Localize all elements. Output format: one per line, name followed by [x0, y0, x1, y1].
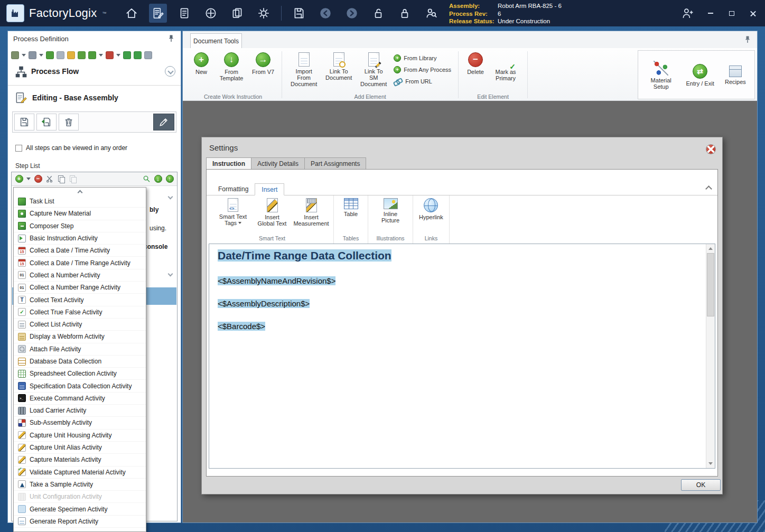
- move-step-down-button[interactable]: ↓: [154, 175, 162, 183]
- navigator-icon[interactable]: [202, 4, 220, 23]
- menu-item[interactable]: Task List: [14, 195, 146, 208]
- menu-item[interactable]: Generate Specimen Activity: [14, 503, 146, 515]
- menu-item[interactable]: Database Data Collection: [14, 356, 146, 368]
- copy-step-button[interactable]: [57, 175, 66, 183]
- unlock-icon[interactable]: [369, 4, 387, 23]
- flag-icon[interactable]: [88, 51, 96, 59]
- instruction-editor[interactable]: Date/Time Range Data Collection <$Assemb…: [209, 244, 715, 469]
- start-icon[interactable]: [123, 51, 131, 59]
- menu-item[interactable]: Capture Materials Activity: [14, 454, 146, 466]
- insert-ribbon-button[interactable]: Insert Global Text: [253, 195, 291, 235]
- ribbon-button[interactable]: Recipes: [722, 63, 749, 86]
- import-step-button[interactable]: [36, 114, 57, 130]
- ribbon-small-button[interactable]: + From Library: [394, 53, 451, 63]
- menu-item[interactable]: Capture Unit Alias Activity: [14, 442, 146, 454]
- order-checkbox[interactable]: [15, 145, 22, 152]
- menu-item[interactable]: Collect Text Activity: [14, 294, 146, 306]
- ribbon-button[interactable]: Link To Document: [322, 50, 356, 92]
- add-step-dropdown-caret[interactable]: [26, 178, 31, 182]
- save-icon[interactable]: [290, 4, 308, 23]
- ribbon-button[interactable]: ↓ From Template: [214, 50, 248, 92]
- save-step-button[interactable]: [14, 114, 34, 130]
- work-orders-icon[interactable]: [175, 4, 193, 23]
- undo-icon[interactable]: [316, 4, 334, 23]
- scrollbar-thumb[interactable]: [707, 253, 714, 316]
- insert-ribbon-button[interactable]: Smart Text Tags: [214, 195, 252, 235]
- print-icon[interactable]: [29, 51, 36, 59]
- ribbon-button[interactable]: → From V7: [249, 50, 277, 92]
- ribbon-button[interactable]: + New: [189, 50, 213, 92]
- tree-icon[interactable]: [46, 51, 54, 59]
- user-gold-icon[interactable]: [67, 51, 75, 59]
- menu-scroll-up[interactable]: [14, 188, 146, 195]
- settings-tab[interactable]: Activity Details: [251, 157, 304, 170]
- row-chevron-icon[interactable]: [168, 194, 173, 200]
- view-options-icon[interactable]: [11, 51, 19, 59]
- settings-tab[interactable]: Instruction: [206, 157, 251, 170]
- ribbon-small-button[interactable]: + From Any Process: [394, 65, 451, 74]
- maximize-button[interactable]: [725, 7, 739, 19]
- insert-ribbon-button[interactable]: Insert Measurement: [292, 195, 330, 235]
- ribbon-small-button[interactable]: From URL: [394, 77, 451, 86]
- lock-icon[interactable]: [396, 4, 414, 23]
- process-flow-row[interactable]: Process Flow: [8, 63, 181, 82]
- user-icon[interactable]: [57, 51, 64, 59]
- insert-ribbon-button[interactable]: Hyperlink: [416, 195, 446, 235]
- insert-ribbon-button[interactable]: Table: [337, 195, 365, 235]
- menu-item[interactable]: Collect True False Activity: [14, 306, 146, 319]
- home-icon[interactable]: [123, 4, 141, 23]
- ok-button[interactable]: OK: [681, 479, 721, 491]
- ribbon-button[interactable]: Material Setup: [644, 59, 678, 91]
- dropdown-caret-icon[interactable]: [116, 53, 120, 57]
- move-step-up-button[interactable]: ↑: [165, 175, 174, 183]
- menu-item[interactable]: Collect a Date / Time Activity: [14, 245, 146, 257]
- menu-item[interactable]: Collect a Date / Time Range Activity: [14, 257, 146, 269]
- menu-item[interactable]: Collect List Activity: [14, 319, 146, 331]
- editor-ribbon-tab[interactable]: Formatting: [212, 183, 255, 195]
- add-user-icon[interactable]: [678, 4, 696, 23]
- row-chevron-icon[interactable]: [168, 272, 173, 277]
- menu-item[interactable]: Capture New Material: [14, 208, 146, 220]
- menu-item[interactable]: Composer Step: [14, 220, 146, 232]
- upload-icon[interactable]: [134, 51, 142, 59]
- ribbon-button[interactable]: Mark as Primary: [489, 50, 523, 92]
- paste-step-button[interactable]: [69, 175, 77, 183]
- dropdown-caret-icon[interactable]: [39, 53, 43, 57]
- menu-item[interactable]: Validate Captured Material Activity: [14, 466, 146, 479]
- scroll-up-arrow[interactable]: [706, 244, 715, 253]
- menu-item[interactable]: Take a Sample Activity: [14, 479, 146, 491]
- dialog-close-icon[interactable]: [706, 145, 715, 154]
- menu-item[interactable]: Spreadsheet Collection Activity: [14, 368, 146, 380]
- tab-document-tools[interactable]: Document Tools: [190, 33, 242, 48]
- ribbon-button[interactable]: ⇄ Entry / Exit: [684, 62, 717, 88]
- ribbon-button[interactable]: Link To SM Document: [357, 50, 390, 92]
- editor-ribbon-tab[interactable]: Insert: [255, 183, 284, 195]
- menu-item[interactable]: Specification Data Collection Activity: [14, 380, 146, 392]
- find-step-button[interactable]: [142, 175, 151, 183]
- insert-ribbon-button[interactable]: Inline Picture: [371, 195, 409, 235]
- ribbon-button[interactable]: Import From Document: [287, 50, 321, 92]
- ribbon-button[interactable]: − Delete: [463, 50, 488, 92]
- menu-item[interactable]: Attach File Activity: [14, 343, 146, 356]
- pause-icon[interactable]: [144, 51, 152, 59]
- cut-step-button[interactable]: [45, 175, 54, 183]
- users-icon[interactable]: [78, 51, 86, 59]
- close-button[interactable]: [746, 7, 760, 19]
- process-editor-icon[interactable]: [149, 4, 167, 23]
- dropdown-caret-icon[interactable]: [99, 53, 103, 57]
- minimize-button[interactable]: [704, 7, 717, 19]
- delete-step-button[interactable]: [59, 114, 79, 130]
- dropdown-caret-icon[interactable]: [22, 53, 26, 57]
- scroll-down-arrow[interactable]: [706, 460, 715, 468]
- tag-icon[interactable]: [106, 51, 114, 59]
- menu-item[interactable]: Basic Instruction Activity: [14, 232, 146, 245]
- menu-item[interactable]: Capture Unit Housing Activity: [14, 430, 146, 442]
- ribbon-pin-icon[interactable]: [743, 35, 752, 44]
- menu-item[interactable]: Unit Configuration Activity: [14, 491, 146, 503]
- pin-icon[interactable]: [167, 34, 175, 43]
- menu-item[interactable]: Load Carrier Activity: [14, 405, 146, 417]
- settings-tab[interactable]: Part Assignments: [304, 157, 366, 170]
- add-step-button[interactable]: +: [15, 175, 23, 183]
- menu-item[interactable]: Display a Webform Activity: [14, 331, 146, 343]
- editor-scrollbar[interactable]: [706, 244, 715, 468]
